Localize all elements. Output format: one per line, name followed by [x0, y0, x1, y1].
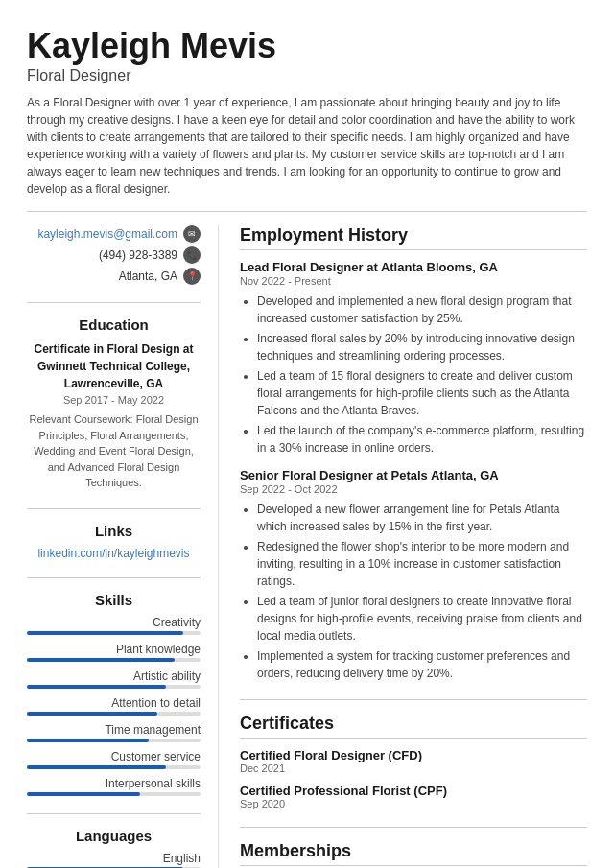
- skill-bar-bg: [27, 739, 201, 742]
- links-divider: [27, 577, 201, 578]
- education-divider: [27, 508, 201, 509]
- job-bullet: Developed and implemented a new floral d…: [257, 293, 587, 327]
- skill-item: Customer service: [27, 750, 201, 769]
- languages-heading: Languages: [27, 828, 201, 844]
- email-icon: ✉: [183, 225, 201, 243]
- skill-item: Time management: [27, 723, 201, 742]
- cert-item: Certified Floral Designer (CFD) Dec 2021: [240, 748, 587, 774]
- cert-date: Sep 2020: [240, 798, 587, 809]
- skill-bar-bg: [27, 658, 201, 662]
- skill-item: Plant knowledge: [27, 643, 201, 662]
- job-bullets: Developed and implemented a new floral d…: [240, 293, 587, 457]
- candidate-summary: As a Floral Designer with over 1 year of…: [27, 94, 587, 198]
- skills-list: Creativity Plant knowledge Artistic abil…: [27, 616, 201, 796]
- job-title: Senior Floral Designer at Petals Atlanta…: [240, 468, 587, 482]
- skill-bar-fill: [27, 792, 140, 796]
- job-bullet: Redesigned the flower shop's interior to…: [257, 538, 587, 590]
- certificates-divider: [240, 827, 587, 828]
- contact-location: Atlanta, GA 📍: [27, 268, 201, 285]
- job-dates: Sep 2022 - Oct 2022: [240, 483, 587, 495]
- job-bullet: Increased floral sales by 20% by introdu…: [257, 330, 587, 364]
- language-item: English: [27, 852, 201, 868]
- skill-label: Artistic ability: [27, 669, 201, 683]
- language-label: English: [27, 852, 201, 865]
- skill-item: Creativity: [27, 616, 201, 635]
- candidate-title: Floral Designer: [27, 67, 587, 84]
- skill-label: Creativity: [27, 616, 201, 629]
- header-divider: [27, 211, 587, 212]
- job-bullet: Led a team of 15 floral designers to cre…: [257, 367, 587, 419]
- skill-bar-fill: [27, 658, 175, 662]
- cert-name: Certified Professional Florist (CPF): [240, 784, 587, 798]
- skill-bar-bg: [27, 765, 201, 769]
- job-bullet: Led a team of junior floral designers to…: [257, 593, 587, 645]
- skill-bar-fill: [27, 739, 149, 742]
- skill-bar-fill: [27, 631, 183, 635]
- cert-date: Dec 2021: [240, 762, 587, 774]
- skill-label: Attention to detail: [27, 696, 201, 710]
- skill-bar-bg: [27, 712, 201, 716]
- links-heading: Links: [27, 523, 201, 539]
- phone-icon: 📞: [183, 246, 201, 264]
- job-block: Lead Floral Designer at Atlanta Blooms, …: [240, 260, 587, 457]
- education-heading: Education: [27, 317, 201, 333]
- skills-divider: [27, 813, 201, 814]
- education-dates: Sep 2017 - May 2022: [27, 392, 201, 409]
- employment-divider: [240, 699, 587, 700]
- education-degree: Certificate in Floral Design at Gwinnett…: [27, 340, 201, 392]
- skill-bar-fill: [27, 685, 166, 689]
- education-section: Education Certificate in Floral Design a…: [27, 317, 201, 491]
- skill-bar-bg: [27, 685, 201, 689]
- links-section: Links linkedin.com/in/kayleighmevis: [27, 523, 201, 560]
- cert-item: Certified Professional Florist (CPF) Sep…: [240, 784, 587, 809]
- contact-email: kayleigh.mevis@gmail.com ✉: [27, 225, 201, 243]
- candidate-name: Kayleigh Mevis: [27, 27, 587, 65]
- email-link[interactable]: kayleigh.mevis@gmail.com: [37, 227, 177, 241]
- contact-divider: [27, 302, 201, 303]
- linkedin-link[interactable]: linkedin.com/in/kayleighmevis: [37, 547, 189, 560]
- employment-section: Employment History Lead Floral Designer …: [240, 225, 587, 682]
- certs-list: Certified Floral Designer (CFD) Dec 2021…: [240, 748, 587, 809]
- job-bullets: Developed a new flower arrangement line …: [240, 501, 587, 682]
- languages-list: English: [27, 852, 201, 868]
- links-block: linkedin.com/in/kayleighmevis: [27, 547, 201, 560]
- languages-section: Languages English: [27, 828, 201, 868]
- skill-bar-fill: [27, 765, 166, 769]
- skill-bar-bg: [27, 792, 201, 796]
- memberships-section: Memberships American Institute of Floral…: [240, 841, 587, 868]
- memberships-heading: Memberships: [240, 841, 587, 866]
- employment-heading: Employment History: [240, 225, 587, 250]
- skill-label: Customer service: [27, 750, 201, 763]
- skill-item: Artistic ability: [27, 669, 201, 689]
- skill-label: Time management: [27, 723, 201, 737]
- skill-label: Plant knowledge: [27, 643, 201, 656]
- left-column: kayleigh.mevis@gmail.com ✉ (494) 928-338…: [27, 225, 219, 868]
- job-block: Senior Floral Designer at Petals Atlanta…: [240, 468, 587, 682]
- location-icon: 📍: [183, 268, 201, 285]
- job-bullet: Led the launch of the company's e-commer…: [257, 422, 587, 457]
- certificates-heading: Certificates: [240, 714, 587, 739]
- skill-bar-bg: [27, 631, 201, 635]
- skills-section: Skills Creativity Plant knowledge Artist…: [27, 592, 201, 796]
- job-dates: Nov 2022 - Present: [240, 275, 587, 287]
- job-bullet: Implemented a system for tracking custom…: [257, 647, 587, 682]
- skill-item: Interpersonal skills: [27, 777, 201, 796]
- main-layout: kayleigh.mevis@gmail.com ✉ (494) 928-338…: [27, 225, 587, 868]
- education-coursework: Relevant Coursework: Floral Design Princ…: [27, 411, 201, 491]
- skill-label: Interpersonal skills: [27, 777, 201, 790]
- cert-name: Certified Floral Designer (CFD): [240, 748, 587, 762]
- jobs-list: Lead Floral Designer at Atlanta Blooms, …: [240, 260, 587, 682]
- phone-text: (494) 928-3389: [99, 248, 177, 262]
- skill-item: Attention to detail: [27, 696, 201, 716]
- skill-bar-fill: [27, 712, 157, 716]
- contact-section: kayleigh.mevis@gmail.com ✉ (494) 928-338…: [27, 225, 201, 285]
- education-block: Certificate in Floral Design at Gwinnett…: [27, 340, 201, 491]
- job-title: Lead Floral Designer at Atlanta Blooms, …: [240, 260, 587, 274]
- job-bullet: Developed a new flower arrangement line …: [257, 501, 587, 535]
- right-column: Employment History Lead Floral Designer …: [219, 225, 587, 868]
- resume-container: Kayleigh Mevis Floral Designer As a Flor…: [0, 0, 614, 868]
- certificates-section: Certificates Certified Floral Designer (…: [240, 714, 587, 809]
- header-section: Kayleigh Mevis Floral Designer As a Flor…: [27, 27, 587, 198]
- contact-phone: (494) 928-3389 📞: [27, 246, 201, 264]
- location-text: Atlanta, GA: [119, 270, 177, 283]
